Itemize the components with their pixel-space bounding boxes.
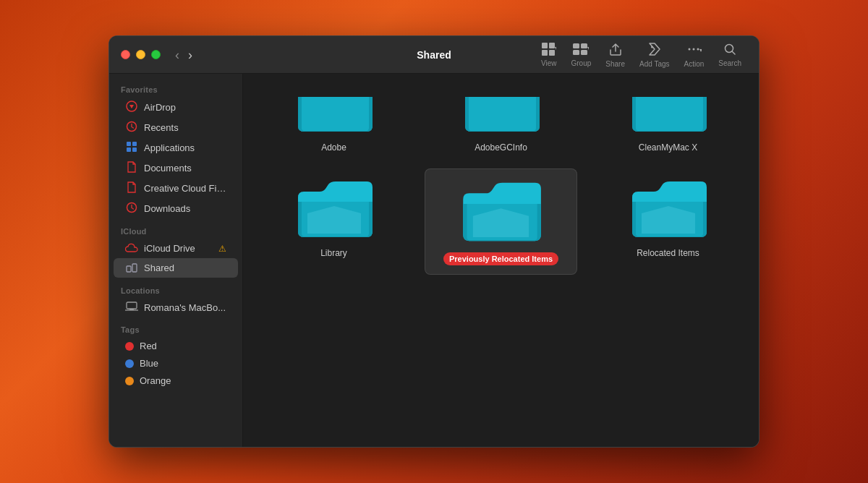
sidebar-label-applications: Applications (144, 142, 195, 153)
svg-text:▾: ▾ (555, 45, 556, 51)
maximize-button[interactable] (151, 50, 161, 59)
sidebar-item-macbook[interactable]: Romana's MacBo... (114, 299, 238, 317)
icloud-warning-icon: ⚠ (218, 244, 226, 254)
add-tags-button[interactable]: Add Tags (634, 39, 676, 71)
toolbar: ‹ › Shared ▾ View (172, 39, 747, 71)
svg-rect-1 (549, 43, 555, 48)
creative-cloud-icon (125, 181, 138, 195)
red-tag-dot (125, 342, 134, 351)
add-tags-label: Add Tags (639, 60, 670, 68)
svg-rect-20 (132, 142, 137, 146)
search-icon (723, 43, 736, 58)
sidebar-item-icloud-drive[interactable]: iCloud Drive ⚠ (114, 239, 238, 257)
svg-rect-19 (127, 142, 131, 146)
traffic-lights (121, 50, 161, 59)
svg-point-11 (689, 48, 691, 50)
group-label: Group (571, 59, 592, 67)
action-button[interactable]: ▾ Action (678, 39, 710, 71)
group-button[interactable]: ▾ Group (566, 40, 597, 70)
sidebar-item-documents[interactable]: Documents (114, 158, 238, 178)
back-button[interactable]: ‹ (172, 47, 182, 63)
title-bar: ‹ › Shared ▾ View (109, 36, 759, 74)
window-title: Shared (417, 49, 451, 61)
documents-icon (125, 161, 138, 175)
sidebar-item-shared[interactable]: Shared (114, 258, 238, 278)
folder-icon-library (294, 177, 374, 242)
locations-title: Locations (109, 283, 242, 298)
svg-rect-5 (573, 43, 579, 48)
file-area: Adobe AdobeGCInfo (243, 74, 759, 447)
minimize-button[interactable] (136, 50, 145, 59)
sidebar-label-creative-cloud: Creative Cloud Fil... (144, 183, 226, 194)
share-button[interactable]: Share (600, 39, 631, 71)
folder-icon-adobe (294, 97, 374, 137)
view-icon: ▾ (542, 43, 556, 58)
sidebar-label-downloads: Downloads (144, 203, 190, 214)
orange-tag-dot (125, 377, 134, 385)
airdrop-icon (125, 101, 138, 114)
search-button[interactable]: Search (712, 40, 747, 70)
icloud-title: iCloud (109, 224, 242, 239)
svg-rect-2 (542, 50, 548, 56)
svg-rect-3 (549, 50, 555, 56)
bottom-files-row: Library Previously Relocated Items (258, 168, 744, 275)
file-item-adobegcinfo[interactable]: AdobeGCInfo (425, 88, 577, 161)
action-label: Action (684, 60, 705, 68)
toolbar-left: ‹ › (172, 47, 195, 63)
view-button[interactable]: ▾ View (535, 40, 563, 70)
sidebar-item-tag-red[interactable]: Red (114, 338, 238, 354)
svg-rect-0 (542, 43, 548, 48)
svg-point-10 (651, 46, 653, 48)
sidebar-label-recents: Recents (144, 122, 179, 133)
sidebar: Favorites AirDrop (109, 74, 243, 447)
svg-point-12 (693, 48, 695, 50)
svg-rect-7 (573, 50, 579, 55)
sidebar-item-applications[interactable]: Applications (114, 138, 238, 158)
close-button[interactable] (121, 50, 130, 59)
sidebar-item-recents[interactable]: Recents (114, 118, 238, 137)
sidebar-item-downloads[interactable]: Downloads (114, 199, 238, 218)
action-icon: ▾ (686, 42, 702, 59)
sidebar-item-tag-orange[interactable]: Orange (114, 372, 238, 389)
file-item-library[interactable]: Library (258, 168, 410, 275)
forward-button[interactable]: › (185, 47, 195, 63)
downloads-icon (125, 202, 138, 215)
applications-icon (125, 141, 138, 155)
svg-rect-22 (132, 148, 137, 152)
file-name-badge-previously-relocated: Previously Relocated Items (443, 252, 558, 265)
sidebar-label-shared: Shared (144, 262, 174, 273)
sidebar-item-tag-blue[interactable]: Blue (114, 355, 238, 372)
file-item-relocated-items[interactable]: Relocated Items (592, 168, 744, 275)
sidebar-item-creative-cloud[interactable]: Creative Cloud Fil... (114, 179, 238, 198)
folder-icon-adobegcinfo (461, 97, 541, 137)
favorites-section: Favorites AirDrop (109, 82, 242, 218)
file-name-relocated-items: Relocated Items (637, 248, 699, 258)
file-name-adobe: Adobe (321, 142, 346, 153)
tags-title: Tags (109, 322, 242, 337)
file-item-cleanmymac[interactable]: CleanMyMac X (592, 88, 744, 161)
sidebar-item-airdrop[interactable]: AirDrop (114, 98, 238, 117)
svg-line-16 (732, 51, 735, 54)
svg-rect-24 (127, 266, 131, 272)
file-item-adobe[interactable]: Adobe (258, 88, 410, 161)
top-files-row: Adobe AdobeGCInfo (258, 88, 744, 161)
svg-rect-8 (581, 50, 587, 55)
svg-text:▾: ▾ (587, 45, 589, 51)
search-label: Search (718, 59, 741, 67)
file-item-previously-relocated[interactable]: Previously Relocated Items (425, 168, 577, 275)
view-label: View (541, 59, 557, 67)
icloud-section: iCloud iCloud Drive ⚠ (109, 224, 242, 278)
file-name-cleanmymac: CleanMyMac X (639, 142, 697, 153)
sidebar-label-macbook: Romana's MacBo... (144, 302, 226, 313)
blue-tag-dot (125, 359, 134, 368)
add-tags-icon (648, 42, 661, 59)
icloud-drive-icon (125, 242, 138, 255)
sidebar-label-orange: Orange (140, 375, 171, 386)
macbook-icon (125, 302, 138, 314)
sidebar-label-red: Red (140, 341, 157, 351)
favorites-title: Favorites (109, 82, 242, 97)
share-icon (609, 42, 622, 59)
recents-icon (125, 121, 138, 134)
share-label: Share (605, 60, 625, 68)
file-name-library: Library (320, 248, 347, 258)
